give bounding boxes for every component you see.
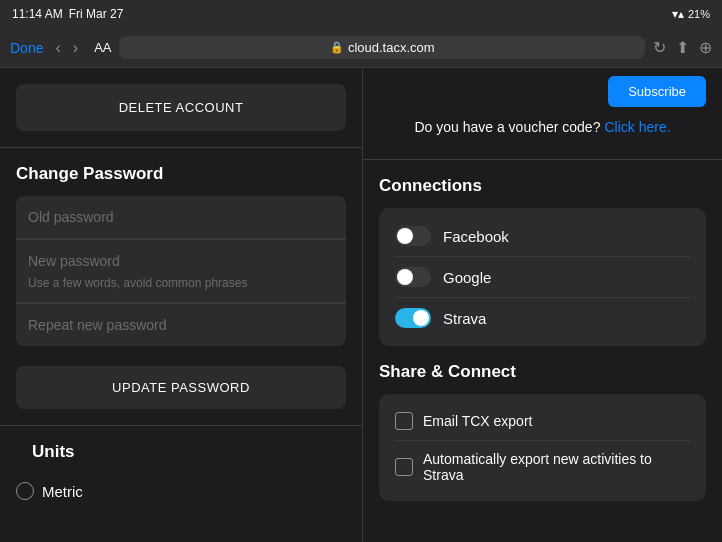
status-left: 11:14 AM Fri Mar 27 xyxy=(12,7,123,21)
voucher-text-row: Do you have a voucher code? Click here. xyxy=(398,111,686,147)
browser-nav: ‹ › xyxy=(51,37,82,59)
repeat-password-input[interactable] xyxy=(16,317,346,333)
reader-mode-button[interactable]: AA xyxy=(94,40,111,55)
change-password-title: Change Password xyxy=(0,148,362,196)
connections-title: Connections xyxy=(379,176,706,196)
voucher-question: Do you have a voucher code? xyxy=(414,119,600,135)
battery-percent: 21% xyxy=(688,8,710,20)
reload-button[interactable]: ↻ xyxy=(653,38,666,57)
units-title: Units xyxy=(16,426,346,474)
connection-item: Google xyxy=(395,257,690,298)
tabs-button[interactable]: ⊕ xyxy=(699,38,712,57)
delete-account-button[interactable]: DELETE ACCOUNT xyxy=(16,84,346,131)
share-item: Email TCX export xyxy=(395,402,690,441)
units-section: Units Metric xyxy=(0,425,362,508)
browser-actions: ↻ ⬆ ⊕ xyxy=(653,38,712,57)
connection-item: Strava xyxy=(395,298,690,338)
old-password-input[interactable] xyxy=(16,209,346,225)
right-panel: Subscribe Do you have a voucher code? Cl… xyxy=(362,68,722,542)
time: 11:14 AM xyxy=(12,7,63,21)
forward-button[interactable]: › xyxy=(69,37,82,59)
new-password-field: Use a few words, avoid common phrases xyxy=(16,239,346,303)
browser-bar: Done ‹ › AA 🔒 cloud.tacx.com ↻ ⬆ ⊕ xyxy=(0,28,722,68)
voucher-top-button[interactable]: Subscribe xyxy=(608,76,706,107)
connection-label-google: Google xyxy=(443,269,491,286)
password-form-group: Use a few words, avoid common phrases xyxy=(16,196,346,346)
metric-radio[interactable] xyxy=(16,482,34,500)
voucher-link[interactable]: Click here. xyxy=(604,119,670,135)
toggle-facebook[interactable] xyxy=(395,226,431,246)
form-section: Use a few words, avoid common phrases UP… xyxy=(0,196,362,425)
left-panel: DELETE ACCOUNT Change Password Use a few… xyxy=(0,68,362,542)
done-button[interactable]: Done xyxy=(10,40,43,56)
checkbox-0[interactable] xyxy=(395,412,413,430)
share-label-0: Email TCX export xyxy=(423,413,532,429)
connections-section: Connections FacebookGoogleStrava xyxy=(363,160,722,362)
date: Fri Mar 27 xyxy=(69,7,124,21)
status-bar: 11:14 AM Fri Mar 27 ▾▴ 21% xyxy=(0,0,722,28)
repeat-password-field xyxy=(16,303,346,346)
share-title: Share & Connect xyxy=(379,362,706,382)
share-button[interactable]: ⬆ xyxy=(676,38,689,57)
old-password-field xyxy=(16,196,346,239)
checkbox-1[interactable] xyxy=(395,458,413,476)
delete-account-section: DELETE ACCOUNT xyxy=(0,68,362,148)
toggle-strava[interactable] xyxy=(395,308,431,328)
url-bar[interactable]: 🔒 cloud.tacx.com xyxy=(119,36,645,59)
toggle-google[interactable] xyxy=(395,267,431,287)
url-text: cloud.tacx.com xyxy=(348,40,435,55)
update-password-button[interactable]: UPDATE PASSWORD xyxy=(16,366,346,409)
share-section: Share & Connect Email TCX exportAutomati… xyxy=(363,362,722,517)
metric-option: Metric xyxy=(16,474,346,508)
voucher-container: Subscribe Do you have a voucher code? Cl… xyxy=(363,68,722,160)
share-item: Automatically export new activities to S… xyxy=(395,441,690,493)
share-label-1: Automatically export new activities to S… xyxy=(423,451,690,483)
wifi-icon: ▾▴ xyxy=(672,7,684,21)
lock-icon: 🔒 xyxy=(330,41,344,54)
voucher-btn-row: Subscribe xyxy=(379,76,706,107)
connection-label-strava: Strava xyxy=(443,310,486,327)
main-content: DELETE ACCOUNT Change Password Use a few… xyxy=(0,68,722,542)
connections-card: FacebookGoogleStrava xyxy=(379,208,706,346)
status-right: ▾▴ 21% xyxy=(672,7,710,21)
new-password-input[interactable] xyxy=(16,253,346,269)
connection-item: Facebook xyxy=(395,216,690,257)
metric-label: Metric xyxy=(42,483,83,500)
back-button[interactable]: ‹ xyxy=(51,37,64,59)
password-hint: Use a few words, avoid common phrases xyxy=(16,270,346,290)
connection-label-facebook: Facebook xyxy=(443,228,509,245)
share-card: Email TCX exportAutomatically export new… xyxy=(379,394,706,501)
